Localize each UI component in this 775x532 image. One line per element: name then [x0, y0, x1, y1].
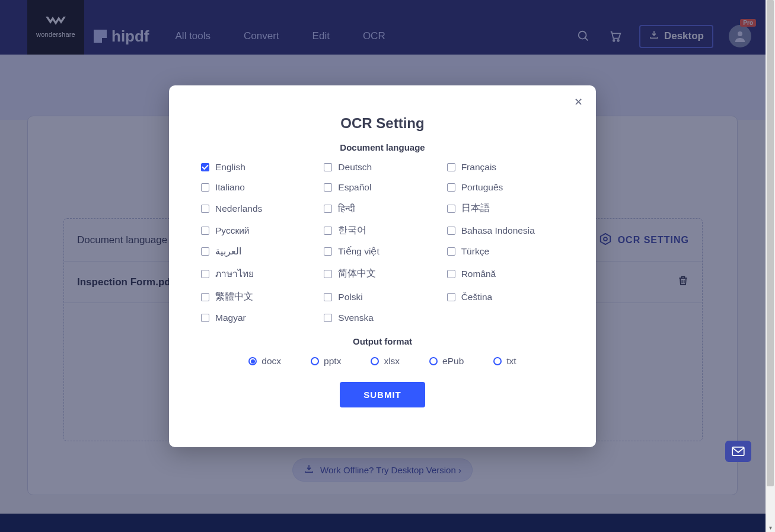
- checkbox-icon: [447, 205, 455, 213]
- lang-label: 简体中文: [338, 267, 376, 280]
- lang-checkbox-polski[interactable]: Polski: [324, 291, 441, 303]
- radio-icon: [248, 357, 257, 365]
- scroll-down-icon[interactable]: ▾: [766, 523, 775, 532]
- lang-checkbox-italiano[interactable]: Italiano: [201, 182, 318, 193]
- feedback-mail-button[interactable]: [725, 441, 751, 462]
- lang-checkbox-thai[interactable]: ภาษาไทย: [201, 266, 318, 281]
- lang-checkbox-espanol[interactable]: Español: [324, 182, 441, 193]
- lang-checkbox-hindi[interactable]: हिन्दी: [324, 202, 441, 215]
- lang-label: Polski: [338, 292, 362, 302]
- format-label: pptx: [324, 356, 341, 367]
- checkbox-icon: [447, 163, 455, 171]
- checkbox-icon: [201, 205, 209, 213]
- modal-title: OCR Setting: [201, 115, 564, 132]
- lang-checkbox-vietnamese[interactable]: Tiếng việt: [324, 246, 441, 257]
- lang-checkbox-english[interactable]: English: [201, 162, 318, 173]
- lang-label: Italiano: [215, 182, 245, 193]
- lang-checkbox-simplified-chinese[interactable]: 简体中文: [324, 266, 441, 281]
- checkbox-icon: [447, 183, 455, 192]
- lang-label: Türkçe: [461, 246, 489, 257]
- radio-icon: [371, 357, 379, 365]
- lang-label: Français: [461, 162, 496, 173]
- radio-icon: [429, 357, 438, 365]
- lang-checkbox-bahasa[interactable]: Bahasa Indonesia: [447, 224, 564, 237]
- lang-checkbox-japanese[interactable]: 日本語: [447, 202, 564, 215]
- checkbox-icon: [324, 270, 332, 278]
- lang-label: 한국어: [338, 224, 366, 237]
- lang-label: Čeština: [461, 292, 493, 302]
- lang-checkbox-deutsch[interactable]: Deutsch: [324, 162, 441, 173]
- checkbox-icon: [447, 247, 455, 256]
- vertical-scrollbar[interactable]: ▴ ▾: [766, 0, 775, 532]
- lang-checkbox-traditional-chinese[interactable]: 繁體中文: [201, 291, 318, 303]
- lang-label: 繁體中文: [215, 291, 253, 303]
- lang-label: Bahasa Indonesia: [461, 225, 535, 236]
- checkbox-icon: [447, 293, 455, 301]
- checkbox-icon: [324, 227, 332, 235]
- lang-checkbox-nederlands[interactable]: Nederlands: [201, 202, 318, 215]
- format-label: txt: [506, 356, 516, 367]
- format-radio-epub[interactable]: ePub: [429, 356, 464, 367]
- lang-label: Română: [461, 269, 496, 279]
- lang-label: Nederlands: [215, 203, 262, 214]
- format-radio-docx[interactable]: docx: [248, 356, 281, 367]
- lang-checkbox-francais[interactable]: Français: [447, 162, 564, 173]
- lang-checkbox-turkish[interactable]: Türkçe: [447, 246, 564, 257]
- lang-checkbox-magyar[interactable]: Magyar: [201, 313, 318, 323]
- output-format-row: docx pptx xlsx ePub txt: [201, 356, 564, 367]
- checkbox-icon: [324, 205, 332, 213]
- checkbox-icon: [201, 183, 209, 192]
- format-label: ePub: [442, 356, 464, 367]
- lang-checkbox-romanian[interactable]: Română: [447, 266, 564, 281]
- lang-label: Deutsch: [338, 162, 372, 173]
- submit-button[interactable]: SUBMIT: [340, 382, 425, 407]
- checkbox-icon: [201, 314, 209, 322]
- document-language-heading: Document language: [201, 142, 564, 152]
- lang-checkbox-arabic[interactable]: العربية: [201, 246, 318, 257]
- lang-label: ภาษาไทย: [215, 266, 254, 281]
- checkbox-icon: [201, 270, 209, 278]
- format-label: xlsx: [384, 356, 400, 367]
- lang-label: हिन्दी: [338, 203, 355, 214]
- lang-label: Tiếng việt: [338, 246, 379, 257]
- checkbox-icon: [201, 227, 209, 235]
- lang-checkbox-russian[interactable]: Русский: [201, 224, 318, 237]
- svg-rect-9: [732, 447, 744, 455]
- output-format-heading: Output format: [201, 336, 564, 346]
- radio-icon: [493, 357, 502, 365]
- checkbox-icon: [447, 227, 455, 235]
- lang-label: 日本語: [461, 202, 490, 215]
- format-radio-pptx[interactable]: pptx: [311, 356, 341, 367]
- checkbox-icon: [324, 314, 332, 322]
- checkbox-icon: [324, 163, 332, 171]
- checkbox-icon: [201, 163, 209, 171]
- lang-checkbox-svenska[interactable]: Svenska: [324, 313, 441, 323]
- checkbox-icon: [201, 293, 209, 301]
- lang-label: العربية: [215, 246, 241, 257]
- format-radio-xlsx[interactable]: xlsx: [371, 356, 400, 367]
- language-grid: English Deutsch Français Italiano Españo…: [201, 162, 564, 323]
- lang-checkbox-korean[interactable]: 한국어: [324, 224, 441, 237]
- checkbox-icon: [324, 247, 332, 256]
- lang-label: Português: [461, 182, 503, 193]
- lang-label: Русский: [215, 225, 250, 236]
- lang-label: Svenska: [338, 313, 373, 323]
- lang-label: Magyar: [215, 313, 246, 323]
- lang-checkbox-czech[interactable]: Čeština: [447, 291, 564, 303]
- lang-label: English: [215, 162, 245, 173]
- close-icon[interactable]: ✕: [571, 95, 585, 109]
- scrollbar-thumb[interactable]: [767, 0, 774, 486]
- ocr-setting-modal: ✕ OCR Setting Document language English …: [169, 85, 596, 447]
- format-radio-txt[interactable]: txt: [493, 356, 516, 367]
- lang-checkbox-portugues[interactable]: Português: [447, 182, 564, 193]
- format-label: docx: [261, 356, 281, 367]
- lang-label: Español: [338, 182, 371, 193]
- checkbox-icon: [324, 293, 332, 301]
- checkbox-icon: [324, 183, 332, 192]
- radio-icon: [311, 357, 319, 365]
- checkbox-icon: [447, 270, 455, 278]
- checkbox-icon: [201, 247, 209, 256]
